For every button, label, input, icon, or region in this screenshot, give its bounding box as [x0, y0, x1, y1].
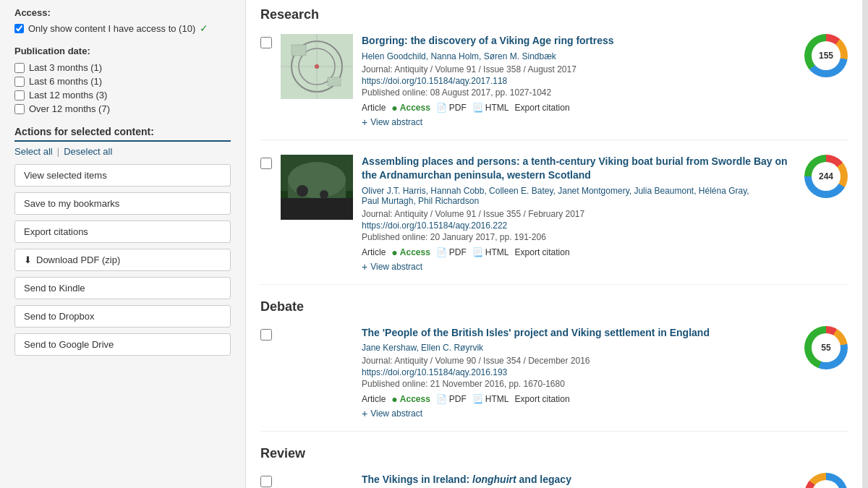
article-vikings-ireland-checkbox[interactable]: [260, 476, 272, 487]
article-british-isles-type: Article: [362, 394, 386, 404]
author-kershaw[interactable]: Jane Kershaw: [362, 343, 416, 353]
select-deselect-row: Select all | Deselect all: [14, 146, 231, 157]
article-british-isles-export[interactable]: Export citation: [515, 394, 570, 404]
article-borgring-title[interactable]: Borgring: the discovery of a Viking Age …: [362, 34, 796, 48]
access-check-icon: ✓: [200, 22, 208, 34]
actions-section: Actions for selected content: Select all…: [14, 126, 231, 356]
article-borgring-type: Article: [362, 103, 386, 113]
research-section: Research: [260, 7, 848, 285]
article-swordle-metric-value: 244: [812, 162, 841, 191]
article-british-isles-title[interactable]: The 'People of the British Isles' projec…: [362, 326, 796, 341]
article-british-isles-checkbox[interactable]: [260, 329, 272, 341]
author-montgomery[interactable]: Janet Montgomery: [558, 186, 629, 196]
pub-date-checkbox-2[interactable]: [14, 90, 25, 100]
access-row: Only show content I have access to (10) …: [14, 22, 231, 34]
author-batey[interactable]: Colleen E. Batey: [489, 186, 553, 196]
svg-rect-12: [281, 198, 353, 220]
article-british-isles-html[interactable]: 📃 HTML: [472, 394, 509, 404]
pub-date-label-2: Last 12 months (3): [29, 90, 107, 100]
article-swordle-access: ● Access: [391, 247, 430, 258]
research-section-title: Research: [260, 7, 848, 25]
send-kindle-button[interactable]: Send to Kindle: [14, 277, 231, 299]
article-borgring-access: ● Access: [391, 102, 430, 114]
svg-point-11: [288, 162, 346, 198]
article-swordle: Assembling places and persons: a tenth-c…: [260, 155, 848, 285]
article-borgring-pdf[interactable]: 📄 PDF: [436, 103, 467, 113]
view-abstract-label: View abstract: [370, 117, 422, 127]
access-checkbox[interactable]: [14, 24, 24, 33]
author-sindbaek[interactable]: Søren M. Sindbæk: [484, 51, 556, 61]
plus-icon: +: [362, 116, 367, 128]
article-swordle-actions: Article ● Access 📄 PDF 📃 HTML Export cit…: [362, 247, 796, 258]
article-swordle-checkbox[interactable]: [260, 158, 272, 169]
article-swordle-title[interactable]: Assembling places and persons: a tenth-c…: [362, 155, 796, 183]
author-richardson[interactable]: Phil Richardson: [418, 196, 479, 206]
pub-date-option-0: Last 3 months (1): [14, 62, 231, 73]
article-borgring-checkbox[interactable]: [260, 37, 272, 48]
author-cobb[interactable]: Hannah Cobb: [430, 186, 484, 196]
debate-section: Debate The 'People of the British Isles'…: [260, 299, 848, 432]
pub-date-label: Publication date:: [14, 46, 231, 56]
deselect-all-link[interactable]: Deselect all: [64, 146, 112, 157]
author-holm[interactable]: Nanna Holm: [430, 51, 479, 61]
plus-icon-2: +: [362, 261, 367, 273]
review-section-title: Review: [260, 446, 848, 464]
article-borgring-actions: Article ● Access 📄 PDF 📃 HTML Export cit…: [362, 102, 796, 114]
author-harris[interactable]: Oliver J.T. Harris: [362, 186, 426, 196]
article-british-isles-doi[interactable]: https://doi.org/10.15184/aqy.2016.193: [362, 367, 796, 377]
author-goodchild[interactable]: Helen Goodchild: [362, 51, 426, 61]
pub-date-option-3: Over 12 months (7): [14, 103, 231, 114]
svg-rect-7: [328, 77, 341, 86]
article-swordle-view-abstract[interactable]: + View abstract: [362, 261, 796, 273]
article-borgring-metric-value: 155: [812, 41, 841, 70]
article-vikings-ireland-title[interactable]: The Vikings in Ireland: longhuirt and le…: [362, 473, 796, 487]
access-dot-icon-3: ●: [391, 393, 397, 405]
article-swordle-authors: Oliver J.T. Harris, Hannah Cobb, Colleen…: [362, 186, 796, 206]
access-checkbox-label: Only show content I have access to (10): [28, 23, 195, 34]
article-swordle-published: Published online: 20 January 2017, pp. 1…: [362, 232, 796, 242]
article-swordle-pdf[interactable]: 📄 PDF: [436, 247, 467, 257]
article-british-isles-published: Published online: 21 November 2016, pp. …: [362, 379, 796, 389]
article-british-isles-view-abstract[interactable]: + View abstract: [362, 408, 796, 419]
pub-date-checkbox-0[interactable]: [14, 63, 25, 73]
author-murtagh[interactable]: Paul Murtagh: [362, 196, 413, 206]
pub-date-checkbox-1[interactable]: [14, 77, 25, 87]
article-borgring-authors: Helen Goodchild, Nanna Holm, Søren M. Si…: [362, 51, 796, 61]
article-british-isles-metric-value: 55: [812, 333, 841, 362]
html-icon: 📃: [472, 103, 483, 113]
pub-date-label-0: Last 3 months (1): [29, 62, 102, 73]
publication-date-section: Publication date: Last 3 months (1) Last…: [14, 46, 231, 114]
pub-date-label-1: Last 6 months (1): [29, 76, 102, 87]
article-borgring-doi[interactable]: https://doi.org/10.15184/aqy.2017.118: [362, 76, 796, 86]
article-borgring-export[interactable]: Export citation: [515, 103, 570, 113]
select-all-link[interactable]: Select all: [14, 146, 53, 157]
download-pdf-button[interactable]: ⬇ Download PDF (zip): [14, 249, 231, 271]
field-thumbnail-svg: [281, 155, 353, 220]
pdf-icon-2: 📄: [436, 247, 447, 257]
download-icon: ⬇: [24, 254, 32, 265]
export-citations-button[interactable]: Export citations: [14, 221, 231, 243]
view-selected-button[interactable]: View selected items: [14, 164, 231, 187]
send-google-drive-button[interactable]: Send to Google Drive: [14, 333, 231, 356]
author-beaumont[interactable]: Julia Beaumont: [634, 186, 694, 196]
html-icon-2: 📃: [472, 247, 483, 257]
article-borgring-view-abstract[interactable]: + View abstract: [362, 116, 796, 128]
author-gray[interactable]: Héléna Gray: [699, 186, 746, 196]
save-bookmarks-button[interactable]: Save to my bookmarks: [14, 192, 231, 215]
article-borgring-body: Borgring: the discovery of a Viking Age …: [362, 34, 796, 128]
scrollbar[interactable]: [862, 0, 868, 488]
author-royrvik[interactable]: Ellen C. Røyrvik: [421, 343, 483, 353]
article-borgring-published: Published online: 08 August 2017, pp. 10…: [362, 87, 796, 98]
article-swordle-html[interactable]: 📃 HTML: [472, 247, 509, 257]
article-swordle-doi[interactable]: https://doi.org/10.15184/aqy.2016.222: [362, 221, 796, 231]
article-british-isles-authors: Jane Kershaw, Ellen C. Røyrvik: [362, 343, 796, 353]
article-swordle-export[interactable]: Export citation: [515, 247, 570, 257]
access-dot-icon-2: ●: [391, 247, 397, 258]
article-swordle-thumb: [281, 155, 353, 220]
article-british-isles-pdf[interactable]: 📄 PDF: [436, 394, 467, 404]
svg-point-13: [297, 185, 308, 197]
article-borgring-html[interactable]: 📃 HTML: [472, 103, 509, 113]
map-thumbnail-svg: [281, 34, 353, 99]
pub-date-checkbox-3[interactable]: [14, 104, 25, 114]
send-dropbox-button[interactable]: Send to Dropbox: [14, 305, 231, 328]
